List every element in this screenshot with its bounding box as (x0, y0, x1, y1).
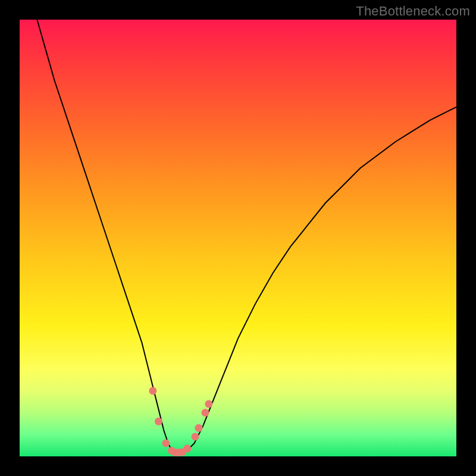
marker-dot (192, 433, 199, 440)
watermark-text: TheBottleneck.com (356, 4, 470, 19)
bottleneck-curve-svg (20, 20, 456, 456)
chart-plot-area (20, 20, 456, 456)
marker-dot (201, 409, 209, 416)
bottleneck-curve-path (37, 20, 456, 454)
marker-dot (155, 418, 162, 425)
chart-frame: TheBottleneck.com (0, 0, 476, 476)
marker-dot (195, 424, 202, 432)
marker-dot (183, 444, 191, 452)
marker-dot (205, 400, 212, 408)
marker-dot (149, 387, 156, 394)
marker-dot (162, 439, 170, 447)
marker-group (149, 387, 212, 456)
